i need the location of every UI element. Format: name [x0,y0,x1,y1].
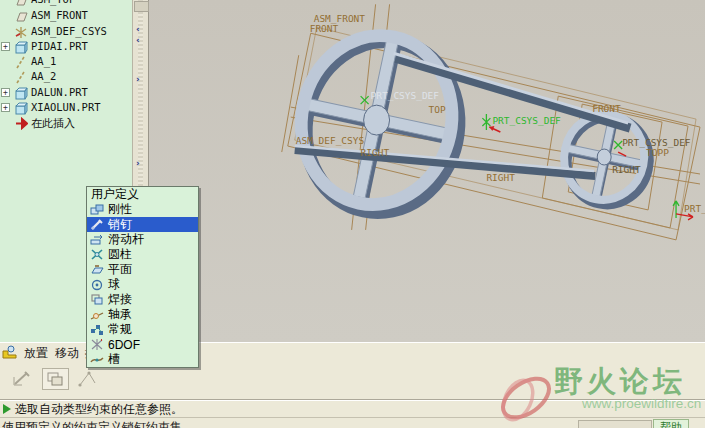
expand-icon[interactable]: + [1,42,10,51]
label-prt-corner: PRT_ [684,203,705,214]
tab-move[interactable]: 移动 [53,345,81,360]
chevron-left-icon[interactable]: ‹ [136,35,140,45]
datum-plane-icon [14,9,28,22]
menu-item-label: 槽 [108,351,120,368]
tree-item-asm-top[interactable]: ASM_TOP [0,0,132,7]
bottom-right-panel [578,420,652,428]
menu-item-pin[interactable]: 销钉 [87,217,198,232]
cylinder-icon [90,248,104,261]
sash-top-button[interactable] [134,1,149,12]
help-button[interactable]: 帮助 [653,419,689,428]
label-front-small: FRONT [592,103,621,114]
prompt-message: 选取自动类型约束的任意参照。 [15,401,183,418]
slider-icon [90,233,104,246]
label-asm-def-csys: ASM_DEF_CSYS [296,135,365,146]
placement-icon [2,345,19,360]
user-defined-set-button[interactable] [10,368,37,390]
label-top-big: TOP [428,104,445,115]
menu-item-label: 常规 [108,321,132,338]
assembly-view: ASM_FRONT FRONT PRT_CSYS_DEF TOP ASM_DEF… [149,0,705,342]
tree-item-label: AA_1 [31,55,56,67]
axis-icon [14,70,28,83]
label-top-small: TOPP [646,147,669,158]
menu-item-planar[interactable]: 平面 [87,262,198,277]
chevron-right-icon[interactable]: › [136,158,140,168]
connection-button[interactable] [74,368,101,390]
tree-item-label: 在此插入 [31,116,75,131]
weld-icon [90,293,104,306]
csys-icon [14,25,28,38]
datum-plane-icon [14,0,28,6]
menu-item-ball[interactable]: 球 [87,277,198,292]
tree-item-label: ASM_TOP [31,0,75,5]
label-prt-csys-big: PRT_CSYS_DEF [371,90,440,101]
tree-item-label: ASM_DEF_CSYS [31,25,107,37]
menu-item-general[interactable]: 常规 [87,322,198,337]
part-icon [14,101,28,114]
menu-item-cylinder[interactable]: 圆柱 [87,247,198,262]
menu-item-label: 6DOF [108,338,140,352]
expand-icon[interactable]: + [1,88,10,97]
tree-item-label: AA_2 [31,70,56,82]
chevron-left-icon[interactable]: ‹ [136,24,140,34]
part-icon [14,40,28,53]
slot-icon [90,353,104,366]
bottom-bar: 使用预定义的约束定义销钉约束集 帮助 [0,417,705,428]
chevron-right-icon[interactable]: › [136,74,140,84]
label-front-big: FRONT [310,23,339,34]
menu-item-slot[interactable]: 槽 [87,352,198,367]
csys-marker-big-pulley [361,96,369,104]
tree-item-xiaolun[interactable]: + XIAOLUN.PRT [0,100,132,115]
menu-item-bearing[interactable]: 轴承 [87,307,198,322]
constraint-type-menu: 用户定义 刚性 销钉 滑动杆 圆柱 平面 球 焊接 [86,186,199,368]
planar-icon [90,263,104,276]
menu-item-weld[interactable]: 焊接 [87,292,198,307]
insert-here-icon [14,116,28,129]
part-icon [14,86,28,99]
tree-item-label: PIDAI.PRT [31,40,88,52]
message-bar: 选取自动类型约束的任意参照。 [0,399,705,418]
prompt-arrow-icon [3,404,11,414]
label-right-small: RIGHT [612,164,641,175]
tooltip-text: 使用预定义的约束定义销钉约束集 [2,419,182,428]
tree-item-label: DALUN.PRT [31,86,88,98]
tree-item-label: ASM_FRONT [31,9,88,21]
tree-item-asm-front[interactable]: ASM_FRONT [0,8,132,23]
label-right-belt: RIGHT [486,172,515,183]
menu-item-rigid[interactable]: 刚性 [87,202,198,217]
expand-icon[interactable]: + [1,103,10,112]
ball-icon [90,278,104,291]
menu-header: 用户定义 [87,187,198,202]
menu-item-slider[interactable]: 滑动杆 [87,232,198,247]
axis-icon [14,55,28,68]
tree-item-aa1[interactable]: AA_1 [0,54,132,69]
menu-item-6dof[interactable]: 6DOF [87,337,198,352]
bearing-icon [90,308,104,321]
tree-item-insert-here[interactable]: 在此插入 [0,115,132,130]
tree-item-aa2[interactable]: AA_2 [0,69,132,84]
sixdof-icon [90,338,104,351]
tree-item-dalun[interactable]: + DALUN.PRT [0,85,132,100]
tree-item-label: XIAOLUN.PRT [31,101,101,113]
big-pulley[interactable] [282,22,473,226]
tree-item-asm-def-csys[interactable]: ASM_DEF_CSYS [0,24,132,39]
label-right-big: RIGHT [361,147,390,158]
rigid-icon [90,203,104,216]
predefined-set-button[interactable] [42,368,69,390]
tree-item-pidai[interactable]: + PIDAI.PRT [0,39,132,54]
tab-placement[interactable]: 放置 [22,345,50,360]
general-icon [90,323,104,336]
graphics-area[interactable]: ASM_FRONT FRONT PRT_CSYS_DEF TOP ASM_DEF… [149,0,705,342]
label-prt-csys-green: PRT_CSYS_DEF [492,115,561,126]
pin-icon [90,218,104,231]
